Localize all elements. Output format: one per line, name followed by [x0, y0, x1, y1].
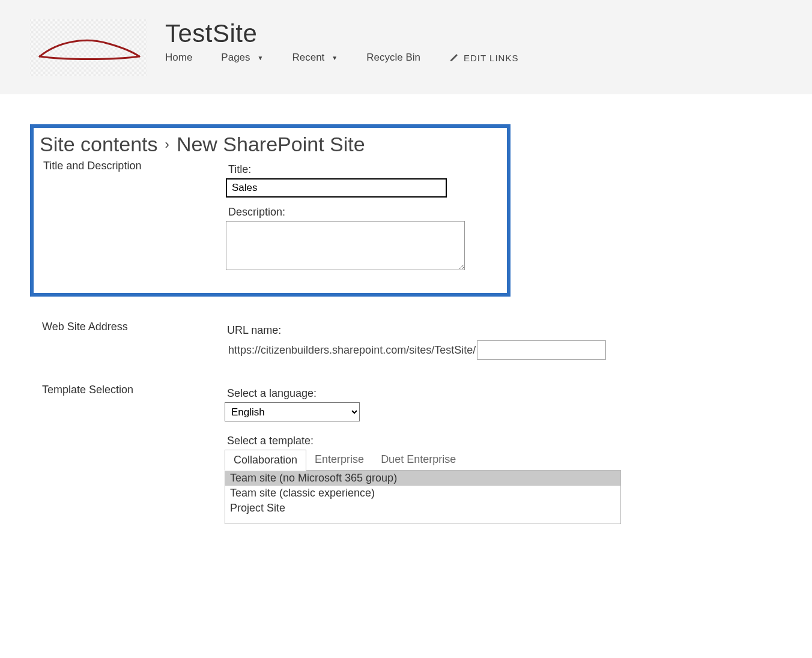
section-heading-title-desc: Title and Description — [40, 160, 226, 172]
template-option[interactable]: Team site (no Microsoft 365 group) — [225, 471, 620, 486]
nav-recent-label: Recent — [292, 52, 324, 64]
breadcrumb-separator-icon: › — [165, 137, 169, 152]
section-heading-web-address: Web Site Address — [38, 321, 225, 333]
nav-recycle-bin-label: Recycle Bin — [366, 52, 420, 64]
chevron-down-icon: ▼ — [258, 55, 264, 61]
template-tabs: Collaboration Enterprise Duet Enterprise — [225, 450, 661, 471]
description-label: Description: — [226, 206, 498, 219]
site-header: TestSite Home Pages ▼ Recent ▼ Recycle B… — [0, 7, 812, 94]
pencil-icon — [449, 53, 459, 62]
language-label: Select a language: — [225, 387, 661, 400]
template-label: Select a template: — [225, 435, 661, 447]
top-nav: Home Pages ▼ Recent ▼ Recycle Bin EDIT L… — [165, 52, 782, 64]
title-description-highlight: Site contents › New SharePoint Site Titl… — [30, 124, 511, 297]
breadcrumb: Site contents › New SharePoint Site — [40, 133, 498, 156]
site-title[interactable]: TestSite — [165, 19, 782, 48]
template-option[interactable]: Team site (classic experience) — [225, 486, 620, 501]
breadcrumb-current: New SharePoint Site — [177, 133, 365, 156]
breadcrumb-site-contents[interactable]: Site contents — [40, 133, 158, 156]
template-option[interactable]: Project Site — [225, 501, 620, 516]
section-heading-template: Template Selection — [38, 384, 225, 396]
site-logo[interactable] — [30, 19, 147, 76]
nav-recent[interactable]: Recent ▼ — [292, 52, 338, 64]
url-name-label: URL name: — [225, 324, 661, 337]
nav-pages-label: Pages — [221, 52, 250, 64]
car-logo-icon — [35, 30, 143, 66]
tab-duet-enterprise[interactable]: Duet Enterprise — [372, 450, 464, 471]
tab-collaboration[interactable]: Collaboration — [225, 450, 306, 471]
nav-recycle-bin[interactable]: Recycle Bin — [366, 52, 420, 64]
nav-edit-links-label: EDIT LINKS — [464, 53, 518, 63]
url-prefix: https://citizenbuilders.sharepoint.com/s… — [225, 344, 476, 357]
language-select[interactable]: English — [225, 402, 360, 421]
template-listbox[interactable]: Team site (no Microsoft 365 group) Team … — [225, 470, 621, 524]
url-name-input[interactable] — [477, 340, 606, 360]
description-textarea[interactable] — [226, 221, 465, 270]
nav-home[interactable]: Home — [165, 52, 192, 64]
title-label: Title: — [226, 163, 498, 176]
tab-enterprise[interactable]: Enterprise — [306, 450, 372, 471]
title-input[interactable] — [226, 178, 447, 198]
nav-home-label: Home — [165, 52, 192, 64]
nav-pages[interactable]: Pages ▼ — [221, 52, 263, 64]
top-banner — [0, 0, 812, 7]
chevron-down-icon: ▼ — [332, 55, 338, 61]
nav-edit-links[interactable]: EDIT LINKS — [449, 53, 518, 63]
